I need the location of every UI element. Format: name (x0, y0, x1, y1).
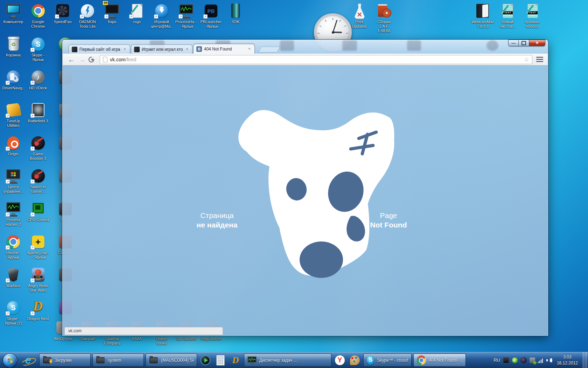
desktop-icon-computer[interactable]: Компьютер (2, 3, 24, 24)
tab-close-icon[interactable]: × (122, 47, 127, 52)
desktop-icon-angry-birds-star-wars[interactable]: ↗Angry Birds Star Wars (27, 267, 49, 293)
speedfan-icon: ↗ (54, 3, 71, 19)
desktop-icon-sdk[interactable]: SDK (224, 3, 247, 24)
taskbar-icon-yandex-browser[interactable]: Y (333, 354, 346, 367)
chrome-icon (417, 355, 426, 365)
bookmark-star-icon[interactable]: ☆ (524, 56, 529, 63)
back-button[interactable]: ← (66, 55, 77, 64)
language-indicator[interactable]: RU (493, 357, 500, 363)
media-center-icon[interactable] (520, 357, 527, 363)
address-bar[interactable]: vk.com/feed ☆ (100, 55, 532, 64)
tab-404[interactable]: B404 Not Found× (193, 44, 255, 54)
desktop-icon-tuneup-utilities[interactable]: ↗TuneUp Utilities (2, 102, 24, 128)
desktop-icon-speedfan[interactable]: ↗SpeedFan (51, 3, 74, 24)
desktop-icon-csgo[interactable]: ↗csgo (126, 3, 148, 24)
desktop-icon-pblauncher[interactable]: PB↗PBLauncher - Ярлык (200, 3, 222, 29)
taskbar-button-system-folder[interactable]: system (92, 354, 144, 367)
show-desktop-button[interactable] (583, 352, 587, 368)
reload-button[interactable] (89, 57, 94, 62)
desktop-icon-label: Warface (2, 284, 24, 288)
folder-icon (96, 357, 105, 363)
shortcut-arrow-icon: ↗ (30, 278, 35, 282)
desktop-icon-recycle-bin[interactable]: Корзина (2, 36, 24, 57)
internet-explorer-button[interactable]: e (20, 354, 36, 367)
desktop-icon-perx-updated[interactable]: ✕Perx Updated (348, 3, 370, 29)
desktop-icon-battlefield-3[interactable]: ↗Battlefield 3 (27, 102, 49, 123)
desktop-icon-hd-vdeck[interactable]: ♪↗HD VDeck (27, 69, 49, 90)
warface-icon: ↗ (5, 267, 22, 283)
tray-date: 16.12.2012 (557, 360, 578, 366)
desktop-icon-label: csgo (126, 20, 148, 24)
desktop-icon-game-booster-3[interactable]: ↗Game Booster 3 (27, 135, 49, 161)
desktop-icon-label: Angry Birds Star Wars (27, 284, 49, 293)
taskbar-button-task-manager[interactable]: Диспетчер задач ... (244, 354, 331, 367)
network-signal-icon[interactable] (538, 357, 544, 363)
game-center-icon: ↗ (153, 3, 170, 19)
tab-1[interactable]: Первый сайт об играх бе× (69, 45, 130, 54)
not-found-en-line1: Page (346, 211, 430, 220)
desktop-icon-label: Battlefield 3 (27, 119, 49, 123)
close-button[interactable]: ✕ (529, 40, 545, 46)
start-button[interactable] (3, 353, 17, 368)
desktop-icon-google-chrome[interactable]: Google Chrome (27, 3, 49, 29)
desktop-icon-driver-navigator[interactable]: ↗DriverNavig... (2, 69, 24, 95)
desktop-icon-null-strip-doc[interactable]: TEXTнулевая полоса (521, 3, 544, 29)
display-icon[interactable] (503, 357, 509, 363)
desktop-icon-process-hacker-shortcut[interactable]: ↗ProcessHa... - Ярлык (175, 3, 197, 29)
vk-dog-illustration (227, 103, 396, 279)
taskbar-icon-dragon-nest-taskbar[interactable]: D (229, 354, 242, 367)
taskbar-button-chrome-404[interactable]: 404 Not Found - ... (413, 354, 466, 367)
desktop-icon-dragon-nest[interactable]: D↗Dragon Nest (27, 300, 49, 321)
taskbar-button-downloads[interactable]: Загрузки (39, 354, 91, 367)
csgo-icon: ↗ (128, 3, 145, 19)
desktop-icon-fraps[interactable]: ↗99fraps (101, 3, 123, 24)
recycle-bin-icon (5, 36, 22, 52)
chrome-shortcut-icon: ↗ (5, 234, 22, 250)
volume-icon[interactable] (546, 357, 552, 363)
desktop-icon-warface[interactable]: ↗Warface (2, 267, 24, 288)
desktop-icon-4game-shortcut[interactable]: +↗4game_zap... - Ярлык (27, 234, 49, 260)
desktop-icon-new-text-doc[interactable]: TEXTНовый текстов... (496, 3, 519, 29)
desktop-icon-skype-shortcut-2[interactable]: S↗Skype - Ярлык (2) (2, 300, 24, 326)
desktop-icon-webcammax[interactable]: WebcamMax 7.6.6.8 (471, 3, 494, 29)
desktop-icon-label: TuneUp Utilities (2, 119, 24, 128)
desktop-icon-process-hacker-2[interactable]: ↗Process Hacker 2 (2, 201, 24, 227)
desktop-icon-origin[interactable]: ↗Origin (2, 135, 24, 156)
new-tab-button[interactable] (258, 47, 280, 53)
usb-device-icon[interactable] (530, 357, 535, 363)
desktop-icon-label: SDK (224, 20, 247, 24)
desktop-icon-sborka-jaf[interactable]: Сборка J.A.F 1.98.66 (373, 3, 395, 34)
desktop-icon-switch-to-gaming[interactable]: ↗Switch to Gamin... (27, 168, 49, 194)
taskbar-button-skype[interactable]: SSkype™ - crossfire... (363, 354, 412, 367)
tab-2[interactable]: Играет или играл кто в G× (131, 45, 192, 54)
taskbar-icon-calculator[interactable] (214, 354, 227, 367)
minimize-button[interactable]: — (508, 40, 519, 46)
shortcut-arrow-icon: ↗ (154, 14, 158, 19)
menu-button[interactable] (535, 56, 544, 63)
taskbar-icon-paint-palette[interactable] (348, 354, 362, 367)
taskbar-icon-media-player[interactable] (199, 354, 212, 367)
tab-close-icon[interactable]: × (247, 47, 252, 51)
sdk-icon (227, 3, 244, 19)
tab-close-icon[interactable]: × (185, 47, 189, 52)
desktop-icon-control-center[interactable]: ↗Центр управлен... (2, 168, 24, 194)
daemon-tools-lite-icon: ↗ (79, 3, 96, 19)
desktop-icon-daemon-tools-lite[interactable]: ↗DAEMON Tools Lite (76, 3, 99, 29)
desktop-icon-cpu-control[interactable]: ↗CPU-Control (27, 201, 49, 222)
switch-to-gaming-icon: ↗ (30, 168, 47, 184)
desktop-icon-skype-shortcut[interactable]: S↗Skype - Ярлык (27, 36, 49, 62)
desktop-icon-game-center[interactable]: ↗Игровой центр@Ма... (150, 3, 173, 34)
desktop-icon-label: Центр управлен... (2, 185, 24, 194)
desktop-icon-chrome-shortcut[interactable]: ↗chrome - Ярлык (2, 234, 24, 260)
windows-flag-icon (11, 172, 16, 176)
tray-clock[interactable]: 3:03 16.12.2012 (555, 354, 580, 366)
sborka-jaf-icon (376, 3, 392, 19)
control-center-icon: ↗ (5, 168, 22, 184)
taskbar-button-mau5cd004[interactable]: (MAU5CD004) Skr... (146, 354, 197, 367)
forward-button[interactable]: → (77, 55, 87, 64)
status-check-icon[interactable]: ✓ (512, 357, 518, 363)
shortcut-arrow-icon: ↗ (6, 278, 10, 282)
desktop-icon-label: WinDjView (51, 336, 74, 341)
maximize-button[interactable] (519, 40, 529, 46)
site-favicon (134, 47, 140, 52)
